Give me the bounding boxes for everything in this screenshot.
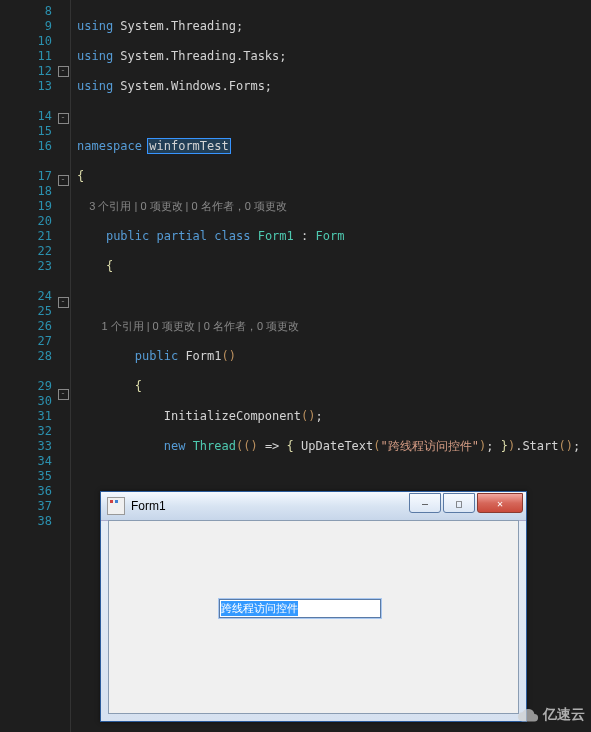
cloud-icon: [517, 704, 539, 726]
code-editor: 8 9 10 11 12 13 14 15 16 17 18 19 20 21 …: [0, 0, 591, 732]
line-number: 22: [0, 244, 52, 259]
line-number: 38: [0, 514, 52, 529]
ns-ref: System.Threading: [120, 19, 236, 33]
line-number: 27: [0, 334, 52, 349]
minimize-button[interactable]: —: [409, 493, 441, 513]
line-number: 25: [0, 304, 52, 319]
running-form-window[interactable]: Form1 — □ ✕ 跨线程访问控件: [100, 491, 527, 722]
line-number: 15: [0, 124, 52, 139]
line-number: 31: [0, 409, 52, 424]
line-number: 20: [0, 214, 52, 229]
fold-gutter: - - - - -: [56, 0, 71, 732]
line-number: 19: [0, 199, 52, 214]
app-icon: [107, 497, 125, 515]
maximize-button[interactable]: □: [443, 493, 475, 513]
kw-using: using: [77, 19, 113, 33]
line-number: 34: [0, 454, 52, 469]
textbox1-value: 跨线程访问控件: [221, 601, 298, 616]
line-number: 11: [0, 49, 52, 64]
line-number: 35: [0, 469, 52, 484]
method-call: InitializeComponent: [164, 409, 301, 423]
line-number: 32: [0, 424, 52, 439]
line-number: 17: [0, 169, 52, 184]
line-number-gutter: 8 9 10 11 12 13 14 15 16 17 18 19 20 21 …: [0, 0, 56, 732]
line-number: 16: [0, 139, 52, 154]
line-number: 13: [0, 79, 52, 94]
line-number: 29: [0, 379, 52, 394]
watermark: 亿速云: [517, 704, 585, 726]
line-number: 24: [0, 289, 52, 304]
line-number: 12: [0, 64, 52, 79]
codelens[interactable]: 1 个引用 | 0 项更改 | 0 名作者，0 项更改: [101, 320, 299, 332]
line-number: 26: [0, 319, 52, 334]
form-client-area: 跨线程访问控件: [108, 520, 519, 714]
ctor-name: Form1: [185, 349, 221, 363]
line-number: 18: [0, 184, 52, 199]
fold-toggle[interactable]: -: [58, 113, 69, 124]
fold-toggle[interactable]: -: [58, 389, 69, 400]
fold-toggle[interactable]: -: [58, 297, 69, 308]
line-number: 21: [0, 229, 52, 244]
line-number: 14: [0, 109, 52, 124]
string-literal: "跨线程访问控件": [381, 439, 479, 453]
line-number: 10: [0, 34, 52, 49]
namespace-name: winformTest: [147, 138, 230, 154]
codelens[interactable]: 3 个引用 | 0 项更改 | 0 名作者，0 项更改: [89, 200, 287, 212]
line-number: 33: [0, 439, 52, 454]
line-number: 36: [0, 484, 52, 499]
titlebar[interactable]: Form1 — □ ✕: [101, 492, 526, 521]
class-name: Form1: [258, 229, 294, 243]
line-number: 37: [0, 499, 52, 514]
line-number: 9: [0, 19, 52, 34]
close-button[interactable]: ✕: [477, 493, 523, 513]
fold-toggle[interactable]: -: [58, 175, 69, 186]
window-title: Form1: [131, 499, 166, 513]
fold-toggle[interactable]: -: [58, 66, 69, 77]
textbox1[interactable]: 跨线程访问控件: [219, 599, 381, 618]
line-number: 8: [0, 4, 52, 19]
line-number: 28: [0, 349, 52, 364]
line-number: 30: [0, 394, 52, 409]
kw-namespace: namespace: [77, 139, 142, 153]
line-number: 23: [0, 259, 52, 274]
